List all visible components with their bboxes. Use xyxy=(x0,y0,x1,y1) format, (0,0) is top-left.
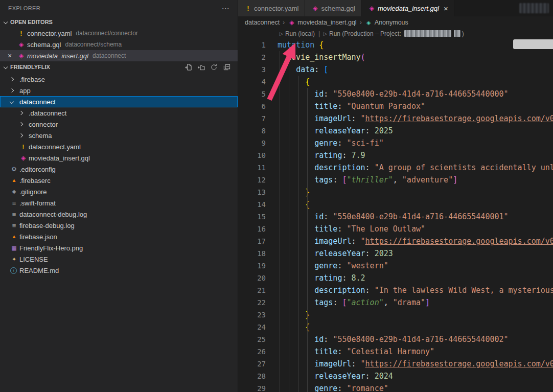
code-line[interactable]: 5 id: "550e8400-e29b-41d4-a716-446655440… xyxy=(238,88,553,100)
code-line[interactable]: 18 releaseYear: 2023 xyxy=(238,247,553,260)
open-editor-item-connector-yaml[interactable]: !connector.yamldataconnect/connector xyxy=(0,28,238,39)
code-text: title: "The Lone Outlaw" xyxy=(266,223,425,235)
tab-moviedata-insert-gql[interactable]: ◈moviedata_insert.gql× xyxy=(362,0,455,16)
code-line[interactable]: 1mutation { xyxy=(238,39,553,51)
breadcrumb-file[interactable]: moviedata_insert.gql xyxy=(297,19,356,26)
token: description xyxy=(314,163,365,172)
token: genre xyxy=(314,384,337,392)
token xyxy=(278,188,305,197)
code-text: releaseYear: 2024 xyxy=(266,370,393,382)
tree-item-friendlyflix-hero-png[interactable]: ▦FriendlyFlix-Hero.png xyxy=(0,242,238,253)
tree-item-editorconfig[interactable]: ⚙.editorconfig xyxy=(0,164,238,175)
token: "A group of scientists accidentally unlo… xyxy=(375,163,553,172)
code-line[interactable]: 20 rating: 8.2 xyxy=(238,272,553,284)
tree-item-label: LICENSE xyxy=(19,256,48,263)
close-icon[interactable]: × xyxy=(6,50,13,61)
token: " xyxy=(361,237,365,246)
explorer-title: EXPLORER xyxy=(8,5,40,11)
code-line[interactable]: 24 { xyxy=(238,321,553,333)
tree-item-label: .dataconnect xyxy=(29,109,66,117)
line-number: 19 xyxy=(238,260,266,272)
redacted-region-light xyxy=(513,39,553,49)
tree-item-readme-md[interactable]: iREADME.md xyxy=(0,265,238,276)
tab-label: schema.gql xyxy=(321,5,355,12)
tree-item-dataconnect[interactable]: dataconnect xyxy=(0,96,238,107)
tree-item-firebase-json[interactable]: ▲firebase.json xyxy=(0,231,238,242)
code-line[interactable]: 25 id: "550e8400-e29b-41d4-a716-44665544… xyxy=(238,333,553,345)
code-line[interactable]: 15 id: "550e8400-e29b-41d4-a716-44665544… xyxy=(238,211,553,223)
code-line[interactable]: 3 data: [ xyxy=(238,63,553,76)
code-line[interactable]: 9 genre: "sci-fi" xyxy=(238,137,553,149)
code-line[interactable]: 14 { xyxy=(238,198,553,211)
close-icon[interactable]: × xyxy=(444,4,448,13)
tab-schema-gql[interactable]: ◈schema.gql xyxy=(305,0,361,16)
code-line[interactable]: 23 } xyxy=(238,309,553,321)
new-file-icon[interactable] xyxy=(185,63,192,71)
open-editors-header[interactable]: OPEN EDITORS xyxy=(0,16,238,28)
tree-item-dataconnect-debug-log[interactable]: ≡dataconnect-debug.log xyxy=(0,209,238,220)
code-line[interactable]: 19 genre: "western" xyxy=(238,260,553,272)
code-line[interactable]: 13 } xyxy=(238,186,553,198)
code-line[interactable]: 16 title: "The Lone Outlaw" xyxy=(238,223,553,235)
token: : xyxy=(337,102,347,111)
code-line[interactable]: 12 tags: ["thriller", "adventure"] xyxy=(238,174,553,186)
tree-item-affordance: ▲ xyxy=(10,178,19,183)
code-line[interactable]: 11 description: "A group of scientists a… xyxy=(238,162,553,174)
tree-item-dataconnect-yaml[interactable]: !dataconnect.yaml xyxy=(0,141,238,152)
workspace-header[interactable]: FRIENDLYFLIX xyxy=(0,61,238,73)
tree-item-firebase[interactable]: .firebase xyxy=(0,74,238,85)
run-production-button[interactable]: Run (Production – Project: xyxy=(329,30,401,37)
code-text: { xyxy=(266,321,310,333)
code-line[interactable]: 6 title: "Quantum Paradox" xyxy=(238,100,553,112)
token: "550e8400-e29b-41d4-a716-446655440002" xyxy=(333,335,508,344)
tab-label: moviedata_insert.gql xyxy=(378,5,439,12)
chevron-right-icon xyxy=(19,133,23,137)
open-editor-detail: dataconnect/connector xyxy=(76,30,137,37)
code-line[interactable]: 10 rating: 7.9 xyxy=(238,149,553,162)
line-number: 27 xyxy=(238,358,266,370)
code-line[interactable]: 7 imageUrl: "https://firebasestorage.goo… xyxy=(238,112,553,125)
explorer-more-icon[interactable]: ⋯ xyxy=(222,5,229,12)
token: ] xyxy=(425,298,430,307)
breadcrumb-symbol[interactable]: Anonymous xyxy=(375,19,408,26)
tree-item-moviedata-insert-gql[interactable]: ◈moviedata_insert.gql xyxy=(0,152,238,164)
code-line[interactable]: 17 imageUrl: "https://firebasestorage.go… xyxy=(238,235,553,247)
tree-item-license[interactable]: ✦LICENSE xyxy=(0,253,238,265)
tree-item-schema[interactable]: schema xyxy=(0,130,238,141)
tree-item-dataconnect[interactable]: .dataconnect xyxy=(0,107,238,119)
breadcrumb-folder[interactable]: dataconnect xyxy=(245,19,280,26)
tree-item-affordance xyxy=(10,89,19,92)
token: https://firebasestorage.googleapis.com/v… xyxy=(365,114,553,123)
code-line[interactable]: 27 imageUrl: "https://firebasestorage.go… xyxy=(238,358,553,370)
run-local-button[interactable]: Run (local) xyxy=(285,30,315,37)
code-line[interactable]: 22 tags: ["action", "drama"] xyxy=(238,296,553,309)
tree-item-affordance xyxy=(19,111,29,114)
tree-item-firebaserc[interactable]: ▲.firebaserc xyxy=(0,175,238,186)
refresh-icon[interactable] xyxy=(210,63,218,71)
token: { xyxy=(305,77,310,86)
tree-item-app[interactable]: app xyxy=(0,85,238,96)
tree-item-affordance: ▦ xyxy=(10,245,19,251)
tree-item-connector[interactable]: connector xyxy=(0,119,238,130)
tree-item-swift-format[interactable]: ≡.swift-format xyxy=(0,197,238,209)
code-line[interactable]: 28 releaseYear: 2024 xyxy=(238,370,553,382)
gql-icon: ◈ xyxy=(368,5,376,11)
code-line[interactable]: 4 { xyxy=(238,76,553,88)
code-line[interactable]: 29 genre: "romance" xyxy=(238,382,553,392)
code-line[interactable]: 2 movie_insertMany( xyxy=(238,51,553,63)
collapse-all-icon[interactable] xyxy=(223,63,231,71)
code-line[interactable]: 8 releaseYear: 2025 xyxy=(238,125,553,137)
open-editor-item-moviedata-insert-gql[interactable]: ×◈moviedata_insert.gqldataconnect xyxy=(0,50,238,61)
token: " xyxy=(361,359,365,368)
code-text: rating: 7.9 xyxy=(266,149,365,162)
open-editor-item-schema-gql[interactable]: ◈schema.gqldataconnect/schema xyxy=(0,39,238,50)
chevron-right-icon xyxy=(10,88,14,93)
tree-item-gitignore[interactable]: ◆.gitignore xyxy=(0,186,238,197)
code-line[interactable]: 21 description: "In the lawless Wild Wes… xyxy=(238,284,553,296)
tree-item-firebase-debug-log[interactable]: ≡firebase-debug.log xyxy=(0,220,238,231)
tree-item-label: firebase.json xyxy=(19,233,57,241)
code-line[interactable]: 26 title: "Celestial Harmony" xyxy=(238,345,553,358)
new-folder-icon[interactable] xyxy=(197,63,205,71)
tab-connector-yaml[interactable]: !connector.yaml xyxy=(238,0,305,16)
tree-item-label: schema xyxy=(29,132,52,140)
